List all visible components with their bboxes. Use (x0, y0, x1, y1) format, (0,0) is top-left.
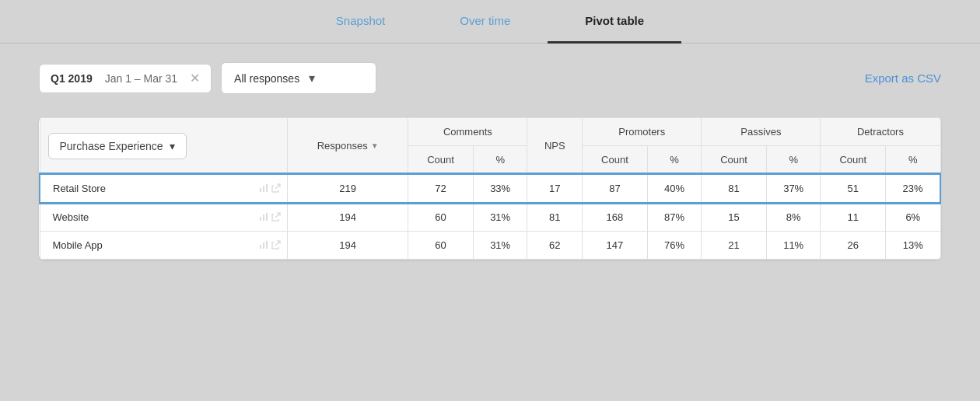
chevron-down-icon: ▾ (170, 140, 175, 152)
comments-pct-header: % (473, 146, 527, 175)
date-filter[interactable]: Q1 2019 Jan 1 – Mar 31 ✕ (39, 64, 212, 93)
filter-row: Q1 2019 Jan 1 – Mar 31 ✕ All responses ▾… (0, 44, 980, 110)
bar-chart-icon (259, 183, 268, 194)
promoters-header: Promoters (583, 118, 702, 146)
comments-header: Comments (408, 118, 527, 146)
responses-filter[interactable]: All responses ▾ (221, 62, 376, 94)
svg-rect-1 (263, 186, 264, 192)
date-range-label: Jan 1 – Mar 31 (105, 72, 177, 85)
promoters-count-header: Count (583, 146, 648, 175)
quarter-label: Q1 2019 (51, 72, 93, 85)
bar-chart-icon (259, 212, 268, 223)
share-icon (271, 212, 281, 223)
svg-rect-6 (260, 245, 261, 249)
pivot-dropdown[interactable]: Purchase Experience ▾ (48, 133, 187, 159)
nps-header: NPS (527, 118, 583, 175)
pivot-table: Purchase Experience ▾ Responses ▼ Commen… (39, 117, 941, 260)
sort-icon: ▼ (371, 141, 379, 150)
svg-rect-8 (266, 241, 268, 249)
tab-snapshot[interactable]: Snapshot (299, 0, 422, 44)
pivot-label: Purchase Experience (60, 140, 163, 152)
svg-rect-0 (260, 188, 261, 192)
table-row[interactable]: Website1946031%8116887%158%116% (40, 203, 940, 232)
table-section: Purchase Experience ▾ Responses ▼ Commen… (0, 110, 980, 283)
comments-count-header: Count (408, 146, 474, 175)
bar-chart-icon (259, 240, 268, 251)
table-row[interactable]: Retail Store2197233%178740%8137%5123% (40, 174, 940, 203)
detractors-pct-header: % (886, 146, 940, 175)
svg-rect-4 (263, 214, 264, 221)
passives-header: Passives (702, 118, 821, 146)
promoters-pct-header: % (647, 146, 702, 175)
detractors-count-header: Count (821, 146, 886, 175)
responses-filter-label: All responses (234, 72, 299, 85)
svg-rect-7 (263, 242, 264, 249)
svg-rect-3 (260, 217, 261, 221)
tab-over-time[interactable]: Over time (422, 0, 548, 44)
table-row[interactable]: Mobile App1946031%6214776%2111%2613% (40, 232, 940, 260)
share-icon (271, 183, 281, 194)
export-csv-button[interactable]: Export as CSV (865, 71, 941, 85)
close-date-filter-button[interactable]: ✕ (190, 72, 200, 85)
share-icon (271, 240, 281, 251)
page-wrapper: Snapshot Over time Pivot table Q1 2019 J… (0, 0, 980, 401)
tab-bar: Snapshot Over time Pivot table (0, 0, 980, 44)
passives-pct-header: % (766, 146, 821, 175)
svg-rect-5 (266, 213, 268, 221)
tab-pivot-table[interactable]: Pivot table (548, 0, 681, 44)
passives-count-header: Count (702, 146, 767, 175)
detractors-header: Detractors (821, 118, 940, 146)
svg-rect-2 (266, 184, 268, 192)
responses-header: Responses ▼ (288, 118, 408, 175)
chevron-down-icon: ▾ (309, 71, 315, 85)
